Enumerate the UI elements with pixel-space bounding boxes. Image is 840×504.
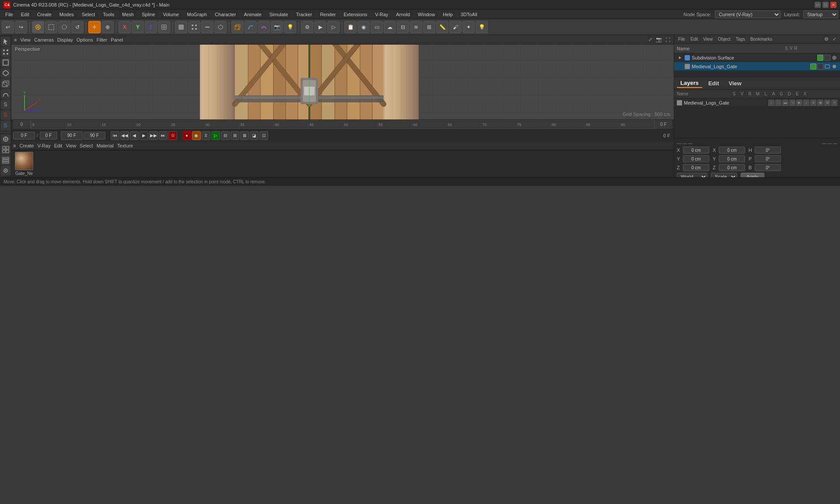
- menu-modes[interactable]: Modes: [56, 11, 77, 18]
- timeline-ruler[interactable]: 0 5 10 15 20 25 30 35 40 45 50 55 60: [11, 119, 674, 129]
- layout-dropdown[interactable]: Startup: [803, 10, 838, 18]
- live-selection-button[interactable]: [32, 21, 44, 33]
- layers-tab-edit[interactable]: Edit: [705, 79, 723, 88]
- grid-button[interactable]: ⊞: [423, 21, 435, 33]
- layer-icon-square[interactable]: □: [775, 100, 781, 106]
- vp-expand-icon[interactable]: ⤢: [647, 36, 654, 43]
- material-item-1[interactable]: Gate_Ne: [15, 152, 33, 176]
- vp-camera-icon[interactable]: 📷: [655, 36, 662, 43]
- tool-3d-objects[interactable]: [1, 79, 10, 88]
- prev-frame-button[interactable]: ◀◀: [120, 131, 129, 140]
- object-mode-button[interactable]: [175, 21, 187, 33]
- material-thumb[interactable]: [15, 152, 33, 170]
- om-item-subdivision[interactable]: Subdivision Surface: [674, 53, 840, 62]
- motion-extra2-button[interactable]: ⊡: [259, 131, 268, 140]
- menu-tools[interactable]: Tools: [99, 11, 118, 18]
- layers-tab-layers[interactable]: Layers: [677, 79, 702, 88]
- om-toolbar-tags[interactable]: Tags: [735, 37, 746, 42]
- vp-menu-filter[interactable]: Filter: [97, 37, 107, 42]
- menu-edit[interactable]: Edit: [18, 11, 33, 18]
- mat-menu-view[interactable]: View: [66, 143, 76, 148]
- goto-end-button[interactable]: ⏭: [159, 131, 168, 140]
- world-dropdown[interactable]: World: [677, 173, 707, 177]
- menu-help[interactable]: Help: [439, 11, 456, 18]
- x-pos-input[interactable]: [683, 147, 709, 154]
- layer-icon-key[interactable]: ⌥: [789, 100, 795, 106]
- mat-menu-vray[interactable]: V-Ray: [37, 143, 50, 148]
- minimize-button[interactable]: ─: [815, 2, 821, 8]
- layer-icon-circle[interactable]: ○: [768, 100, 774, 106]
- tool-spline[interactable]: [1, 89, 10, 99]
- circle-selection-button[interactable]: [58, 21, 70, 33]
- om-tag-3[interactable]: [831, 63, 837, 70]
- menu-vray[interactable]: V-Ray: [371, 11, 392, 18]
- menu-create[interactable]: Create: [34, 11, 55, 18]
- node-space-dropdown[interactable]: Current (V-Ray): [715, 10, 780, 18]
- render-to-view-button[interactable]: ▶: [314, 21, 326, 33]
- vp-menu-icon[interactable]: ≡: [14, 37, 17, 42]
- om-check-v2[interactable]: [817, 63, 823, 70]
- menu-mograph[interactable]: MoGraph: [183, 11, 210, 18]
- x-rot-input[interactable]: [719, 147, 745, 154]
- tool-points[interactable]: [1, 47, 10, 57]
- mat-menu-select[interactable]: Select: [80, 143, 93, 148]
- layers-tab-view[interactable]: View: [725, 79, 745, 88]
- motion-path-button[interactable]: ⧖: [202, 131, 210, 140]
- motion-keys-button[interactable]: ⊠: [240, 131, 249, 140]
- floor2-button[interactable]: ⊟: [397, 21, 409, 33]
- layer-icon-play[interactable]: ▶: [796, 100, 802, 106]
- start-frame-input[interactable]: [40, 132, 57, 140]
- om-toolbar-edit[interactable]: Edit: [689, 37, 699, 42]
- om-check-icon[interactable]: ✓: [831, 36, 837, 42]
- menu-mesh[interactable]: Mesh: [119, 11, 137, 18]
- tool-deform[interactable]: S: [1, 110, 10, 120]
- light-button[interactable]: 💡: [284, 21, 296, 33]
- om-check-v1[interactable]: [824, 55, 830, 61]
- om-item-gate[interactable]: Medieval_Logs_Gate: [674, 62, 840, 71]
- nurbs-button[interactable]: [245, 21, 257, 33]
- undo-button[interactable]: ↩: [2, 21, 14, 33]
- tool-nurbs-surface[interactable]: S: [1, 100, 10, 109]
- rectangle-selection-button[interactable]: [45, 21, 57, 33]
- menu-3dtoall[interactable]: 3DToAll: [457, 11, 481, 18]
- next-frame-button[interactable]: ▶▶: [149, 131, 158, 140]
- tool-grid-layer[interactable]: [1, 145, 10, 154]
- scale-tool-button[interactable]: ⊕: [102, 21, 114, 33]
- primitive-cube-button[interactable]: [231, 21, 244, 33]
- menu-select[interactable]: Select: [78, 11, 99, 18]
- measure-button[interactable]: 📏: [436, 21, 448, 33]
- motion-grid-button[interactable]: ⊞: [231, 131, 239, 140]
- paint-button[interactable]: 🖌: [449, 21, 462, 33]
- vp-menu-panel[interactable]: Panel: [111, 37, 123, 42]
- tool-brush[interactable]: [1, 134, 10, 144]
- om-settings-icon[interactable]: ⚙: [823, 36, 830, 42]
- om-check-s2[interactable]: [810, 63, 816, 70]
- vp-menu-display[interactable]: Display: [57, 37, 73, 42]
- move-tool-button[interactable]: ✛: [88, 21, 101, 33]
- menu-file[interactable]: File: [2, 11, 17, 18]
- om-toolbar-object[interactable]: Object: [717, 37, 732, 42]
- mat-menu-material[interactable]: Material: [97, 143, 114, 148]
- maximize-button[interactable]: □: [822, 2, 829, 8]
- mat-menu-create[interactable]: Create: [19, 143, 34, 148]
- menu-character[interactable]: Character: [211, 11, 239, 18]
- close-button[interactable]: ✕: [830, 2, 836, 8]
- vp-menu-options[interactable]: Options: [77, 37, 93, 42]
- menu-window[interactable]: Window: [414, 11, 438, 18]
- motion-extra1-button[interactable]: ◪: [250, 131, 259, 140]
- freehand-selection-button[interactable]: ↺: [71, 21, 84, 33]
- z-pos-input[interactable]: [683, 164, 709, 171]
- om-tag-2[interactable]: [824, 63, 830, 70]
- tool-cloner[interactable]: S: [1, 121, 10, 130]
- menu-simulate[interactable]: Simulate: [266, 11, 292, 18]
- h-input[interactable]: [755, 147, 781, 154]
- vp-menu-view[interactable]: View: [20, 37, 31, 42]
- motion-record-button[interactable]: ●: [182, 131, 191, 140]
- layer-item-gate[interactable]: Medieval_Logs_Gate ○ □ ▬ ⌥ ▶ ♪ ⊕ ◉ ⊞ ✕: [674, 98, 840, 107]
- record-button[interactable]: ⊙: [168, 131, 177, 140]
- play-button[interactable]: ▶: [140, 131, 148, 140]
- layer-icon-audio[interactable]: ♪: [803, 100, 809, 106]
- lighting-button[interactable]: 💡: [476, 21, 488, 33]
- motion-play-button[interactable]: ▷: [211, 131, 220, 140]
- landscape-button[interactable]: ≋: [410, 21, 422, 33]
